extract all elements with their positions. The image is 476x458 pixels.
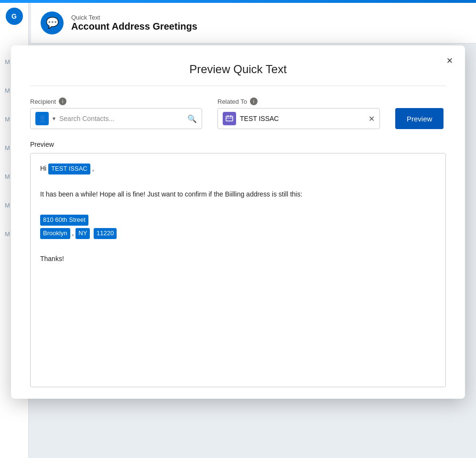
modal: × Preview Quick Text Recipient i 👤 ▾ Sea…	[11, 45, 465, 399]
recipient-dropdown-arrow[interactable]: ▾	[53, 115, 55, 122]
related-to-field-group: Related To i TEST ISSAC ✕	[217, 98, 380, 129]
svg-rect-2	[230, 115, 231, 117]
recipient-contact-icon: 👤	[35, 112, 49, 125]
token-name: TEST ISSAC	[48, 164, 90, 174]
preview-line-thanks: Thanks!	[40, 253, 436, 264]
related-to-info-icon[interactable]: i	[250, 98, 258, 105]
preview-line-street: 810 60th Street	[40, 214, 436, 226]
svg-rect-0	[226, 116, 233, 121]
svg-rect-1	[227, 115, 228, 117]
preview-line-2: It has been a while! Hope all is fine! J…	[40, 189, 436, 199]
recipient-search-icon: 🔍	[187, 114, 197, 123]
recipient-placeholder: Search Contacts...	[59, 115, 184, 122]
related-to-icon	[223, 112, 236, 125]
recipient-field-group: Recipient i 👤 ▾ Search Contacts... 🔍	[30, 98, 202, 129]
preview-line-blank-1	[40, 176, 436, 187]
preview-line-1: Hi TEST ISSAC ,	[40, 163, 436, 174]
preview-line-city: Brooklyn , NY 11220	[40, 228, 436, 239]
token-zip: 11220	[94, 228, 117, 239]
preview-button[interactable]: Preview	[395, 108, 444, 129]
top-bar	[0, 0, 476, 3]
related-to-input[interactable]: TEST ISSAC ✕	[217, 108, 380, 129]
recipient-info-icon[interactable]: i	[59, 98, 66, 105]
token-city: Brooklyn	[40, 228, 70, 239]
qt-label: Quick Text	[71, 14, 197, 21]
qt-header-icon: 💬	[41, 11, 64, 34]
token-state: NY	[76, 228, 90, 239]
modal-title: Preview Quick Text	[11, 45, 465, 86]
qt-header-bar: 💬 Quick Text Account Address Greetings	[31, 3, 476, 44]
qt-header-text: Quick Text Account Address Greetings	[71, 14, 197, 32]
related-to-clear-button[interactable]: ✕	[368, 114, 375, 123]
modal-body: Recipient i 👤 ▾ Search Contacts... 🔍 Rel…	[11, 86, 465, 399]
qt-title: Account Address Greetings	[71, 21, 197, 32]
modal-close-button[interactable]: ×	[442, 53, 457, 68]
sidebar-avatar: G	[6, 8, 23, 25]
preview-section-label: Preview	[30, 141, 446, 148]
sidebar-initials: G	[11, 12, 17, 20]
related-to-value: TEST ISSAC	[240, 115, 365, 122]
preview-line-blank-3	[40, 241, 436, 251]
recipient-label: Recipient i	[30, 98, 202, 105]
preview-content: Hi TEST ISSAC , It has been a while! Hop…	[30, 153, 446, 387]
token-street: 810 60th Street	[40, 215, 88, 226]
recipient-input[interactable]: 👤 ▾ Search Contacts... 🔍	[30, 108, 202, 129]
qt-icon-symbol: 💬	[46, 17, 59, 29]
fields-row: Recipient i 👤 ▾ Search Contacts... 🔍 Rel…	[30, 98, 446, 129]
related-to-label: Related To i	[217, 98, 380, 105]
bg-letters: MMMMMMM	[5, 48, 10, 249]
preview-line-blank-2	[40, 202, 436, 212]
